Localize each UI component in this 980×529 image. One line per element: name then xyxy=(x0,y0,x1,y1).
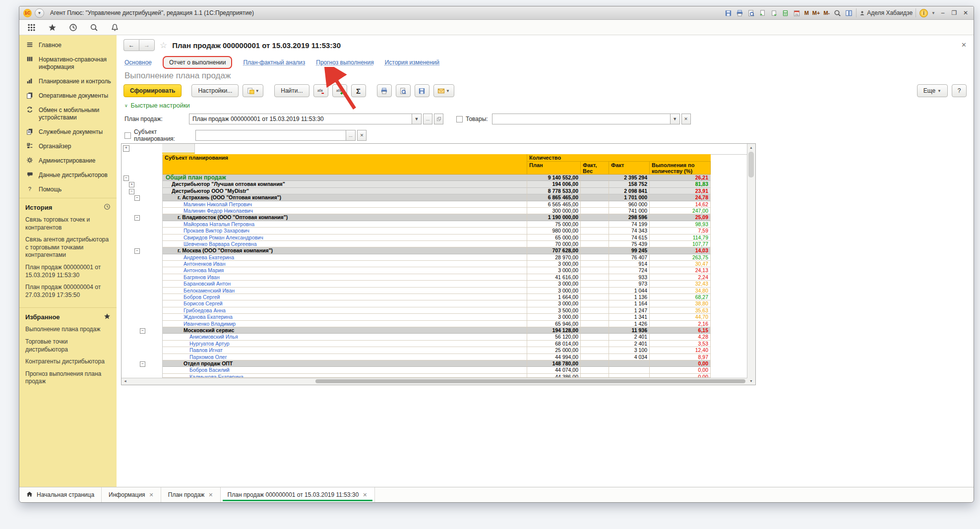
expand-groups-button[interactable]: абв xyxy=(332,84,347,97)
history-link[interactable]: Связь торговых точек и контрагентов xyxy=(25,216,111,232)
sidebar-item-2[interactable]: Планирование и контроль xyxy=(19,74,117,89)
history-clock-icon[interactable] xyxy=(104,203,111,212)
table-row[interactable]: Антоненков Иван3 000,0091430,47 xyxy=(122,261,711,267)
forward-button[interactable]: → xyxy=(139,39,155,51)
cell-subject[interactable]: Борисов Сергей xyxy=(163,300,527,307)
goods-filter-input[interactable] xyxy=(492,114,671,124)
favorite-link[interactable]: Прогноз выполнения плана продаж xyxy=(25,370,111,386)
cell-subject[interactable]: Грибоедова Анна xyxy=(163,307,527,314)
table-row[interactable]: −г. Владивосток (ООО "Оптовая компания")… xyxy=(122,214,711,221)
report-variants-button[interactable]: ▼ xyxy=(243,84,263,97)
info-button[interactable]: i xyxy=(919,9,928,17)
collapse-icon[interactable]: − xyxy=(140,328,145,334)
horizontal-scroll-thumb[interactable] xyxy=(315,379,745,383)
cell-subject[interactable]: Бобров Сергей xyxy=(163,294,527,300)
sidebar-item-6[interactable]: Органайзер xyxy=(19,139,117,154)
sidebar-item-0[interactable]: Главное xyxy=(19,38,117,53)
col-header-fact[interactable]: Факт xyxy=(609,162,650,175)
window-tab-0[interactable]: Начальная страница xyxy=(19,487,102,502)
cell-subject[interactable]: Андреева Екатерина xyxy=(163,254,527,261)
table-row[interactable]: Белокаменский Иван3 000,001 04434,80 xyxy=(122,288,711,294)
vertical-scrollbar[interactable]: ▲ ▼ xyxy=(747,144,755,385)
subject-clear-button[interactable]: ✕ xyxy=(357,130,367,141)
cell-subject[interactable]: Пархомов Олег xyxy=(163,354,527,360)
window-tab-2[interactable]: План продаж✕ xyxy=(161,487,221,502)
save-icon[interactable] xyxy=(725,9,733,17)
subject-choose-button[interactable]: ... xyxy=(346,130,356,141)
doc-tab-прогноз-выполнения[interactable]: Прогноз выполнения xyxy=(316,59,373,66)
expand-icon[interactable]: + xyxy=(129,182,134,187)
table-row[interactable]: Малинин Николай Петрович6 565 465,00960 … xyxy=(122,201,711,208)
cell-subject[interactable]: Прокаев Виктор Захарович xyxy=(163,228,527,234)
table-row[interactable]: Пархомов Олег44 994,004 0348,97 xyxy=(122,354,711,360)
table-row[interactable]: Антонова Мария3 000,0072424,13 xyxy=(122,267,711,274)
print-report-button[interactable] xyxy=(377,84,392,97)
favorites-star-icon[interactable] xyxy=(104,313,111,321)
tab-close-icon[interactable]: ✕ xyxy=(363,492,367,498)
cell-subject[interactable]: Калмыкова Екатерина xyxy=(163,374,527,378)
grid-current-cell[interactable] xyxy=(162,144,195,154)
table-row[interactable]: Свиридов Роман Александрович65 000,0074 … xyxy=(122,235,711,241)
tab-close-icon[interactable]: ✕ xyxy=(208,492,213,498)
cell-subject[interactable]: Павлов Игнат xyxy=(163,347,527,353)
attach-file-icon[interactable] xyxy=(759,9,767,17)
col-group-quantity[interactable]: Количество xyxy=(527,154,711,162)
favorite-link[interactable]: Выполнение плана продаж xyxy=(25,326,111,334)
sidebar-item-1[interactable]: Нормативно-справочная информация xyxy=(19,53,117,74)
form-close-icon[interactable]: ✕ xyxy=(961,41,967,49)
cell-subject[interactable]: Антонова Мария xyxy=(163,267,527,274)
history-link[interactable]: План продаж 000000001 от 15.03.2019 11:5… xyxy=(25,264,111,279)
send-mail-button[interactable]: ▼ xyxy=(433,84,454,97)
preview-report-button[interactable] xyxy=(396,84,411,97)
search-icon[interactable] xyxy=(89,22,99,32)
generate-button[interactable]: Сформировать xyxy=(123,84,182,97)
col-header-fact-weight[interactable]: Факт, Вес xyxy=(581,162,609,175)
table-row[interactable]: +Дистрибьютор "Лучшая оптовая компания"1… xyxy=(122,181,711,187)
plan-dropdown-button[interactable]: ▼ xyxy=(412,114,422,124)
table-row[interactable]: Прокаев Виктор Захарович980 000,0074 343… xyxy=(122,228,711,234)
table-row[interactable]: Нургуатов Артур68 014,002 4013,53 xyxy=(122,341,711,347)
vertical-scroll-thumb[interactable] xyxy=(748,152,754,177)
subject-filter-input[interactable] xyxy=(195,130,346,141)
doc-tab-план-фактный-анализ[interactable]: План-фактный анализ xyxy=(243,59,305,66)
col-header-pct[interactable]: Выполнения по количеству (%) xyxy=(650,162,711,175)
history-link[interactable]: Связь агентов дистрибьютора с торговыми … xyxy=(25,236,111,259)
table-row[interactable]: Анисимовский Илья56 120,002 4014,28 xyxy=(122,334,711,340)
history-icon[interactable] xyxy=(68,22,78,32)
goods-dropdown-button[interactable]: ▼ xyxy=(671,114,680,124)
plan-open-button[interactable] xyxy=(434,114,443,124)
cell-subject[interactable]: Иванченко Владимир xyxy=(163,321,527,327)
quick-settings-toggle[interactable]: ∨ Быстрые настройки xyxy=(124,102,190,109)
favorite-link[interactable]: Контрагенты дистрибьютора xyxy=(25,358,111,366)
scale-m-plus-button[interactable]: М+ xyxy=(812,10,820,16)
collapse-icon[interactable]: − xyxy=(140,361,145,367)
table-row[interactable]: Борисов Сергей3 000,001 16438,80 xyxy=(122,300,711,307)
scale-m-minus-button[interactable]: М- xyxy=(823,10,830,16)
sidebar-item-4[interactable]: Обмен с мобильными устройствами xyxy=(19,103,117,125)
collapse-icon[interactable]: − xyxy=(134,248,140,254)
restore-button[interactable]: ❐ xyxy=(950,9,958,16)
calculator-icon[interactable] xyxy=(782,9,790,17)
scroll-left-icon[interactable]: ◄ xyxy=(122,378,128,384)
window-tab-3[interactable]: План продаж 000000001 от 15.03.2019 11:5… xyxy=(221,487,375,502)
table-row[interactable]: Бобров Сергей1 664,001 13668,27 xyxy=(122,294,711,300)
table-row[interactable]: Жданова Екатерина3 000,001 34144,70 xyxy=(122,314,711,320)
scale-m-button[interactable]: М xyxy=(804,10,809,16)
goods-filter-checkbox[interactable] xyxy=(456,116,463,122)
sidebar-item-9[interactable]: ?Помощь xyxy=(19,182,117,197)
sidebar-item-8[interactable]: Данные дистрибьюторов xyxy=(19,168,117,182)
table-row[interactable]: Грибоедова Анна3 500,001 24735,63 xyxy=(122,307,711,314)
history-link[interactable]: План продаж 000000004 от 27.03.2019 17:3… xyxy=(25,284,111,299)
collapse-icon[interactable]: − xyxy=(129,189,134,194)
table-row[interactable]: Андреева Екатерина28 970,0076 407263,75 xyxy=(122,254,711,261)
sum-button[interactable]: Σ xyxy=(351,84,366,97)
cell-subject[interactable]: Барановский Антон xyxy=(163,281,527,287)
sidebar-item-5[interactable]: Служебные документы xyxy=(19,125,117,139)
doc-tab-отчет-о-выполнении[interactable]: Отчет о выполнении xyxy=(169,59,226,66)
find-button[interactable]: Найти... xyxy=(274,84,309,97)
table-row[interactable]: −Общий план продаж9 140 552,002 395 2942… xyxy=(122,175,711,181)
window-tab-1[interactable]: Информация✕ xyxy=(102,487,161,502)
open-file-icon[interactable] xyxy=(770,9,778,17)
cell-subject[interactable]: Малинин Николай Петрович xyxy=(163,201,527,208)
table-row[interactable]: −Отдел продаж ОПТ148 780,000,00 xyxy=(122,360,711,367)
